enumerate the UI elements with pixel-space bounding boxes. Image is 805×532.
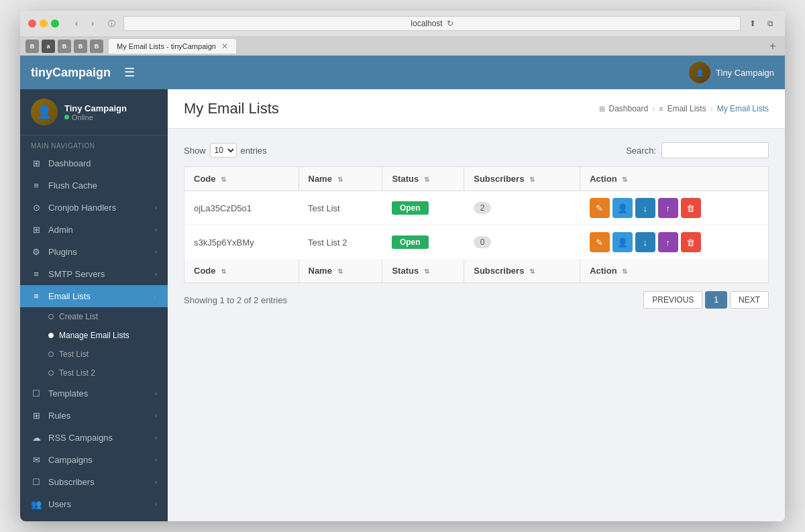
row2-upload-button[interactable]: ↑ <box>658 232 678 252</box>
hamburger-button[interactable]: ☰ <box>124 65 135 80</box>
col-code-label: Code <box>194 174 216 184</box>
sidebar-item-cronjob-handlers[interactable]: ⊙ Cronjob Handlers › <box>20 197 168 219</box>
row2-code: s3kJ5p6YxBMy <box>184 225 299 260</box>
sidebar-sub-create-list[interactable]: Create List <box>48 307 168 326</box>
foot-sort-status[interactable]: ⇅ <box>424 268 429 275</box>
flush-cache-icon: ≡ <box>31 180 42 191</box>
entries-select[interactable]: 10 25 50 <box>210 143 237 158</box>
sidebar-item-rss-campaigns[interactable]: ☁ RSS Campaigns › <box>20 427 168 449</box>
email-lists-icon: ≡ <box>31 291 42 301</box>
sidebar-item-plugins[interactable]: ⚙ Plugins › <box>20 241 168 263</box>
rss-icon: ☁ <box>31 433 42 443</box>
forward-button[interactable]: › <box>86 17 99 30</box>
row1-code: ojLa35CzD5o1 <box>184 191 299 225</box>
manage-email-lists-circle <box>48 333 54 338</box>
foot-sort-action[interactable]: ⇅ <box>622 268 627 275</box>
bookmark-1[interactable]: B <box>25 40 39 53</box>
sort-subscribers-icon[interactable]: ⇅ <box>529 176 535 183</box>
sidebar-label-users: Users <box>48 499 71 509</box>
sidebar-label-rules: Rules <box>48 411 70 421</box>
sidebar-item-campaigns[interactable]: ✉ Campaigns › <box>20 449 168 471</box>
navbar-username: Tiny Campaign <box>716 68 774 78</box>
sort-name-icon[interactable]: ⇅ <box>337 176 343 183</box>
row1-upload-button[interactable]: ↑ <box>658 198 678 218</box>
sidebar-section-label: MAIN NAVIGATION <box>20 136 168 152</box>
sidebar-sublabel-create-list: Create List <box>59 312 98 321</box>
sidebar-sub-test-list-2[interactable]: Test List 2 <box>48 364 168 382</box>
sidebar-sub-manage-email-lists[interactable]: Manage Email Lists <box>48 326 168 345</box>
share-button[interactable]: ⬆ <box>746 17 759 30</box>
row1-status-badge: Open <box>392 201 429 215</box>
search-input[interactable] <box>661 142 769 158</box>
sidebar-item-smtp-servers[interactable]: ≡ SMTP Servers › <box>20 263 168 285</box>
foot-sort-code[interactable]: ⇅ <box>221 268 226 275</box>
bookmarks-bar: B a B B B <box>25 40 103 53</box>
bookmark-3[interactable]: B <box>58 40 71 53</box>
bookmark-4[interactable]: B <box>74 40 87 53</box>
plugins-chevron-icon: › <box>155 248 157 256</box>
foot-subscribers: Subscribers ⇅ <box>464 259 580 283</box>
search-box: Search: <box>626 142 769 158</box>
main-content: My Email Lists ⊞ Dashboard › ≡ Email Lis… <box>168 89 785 521</box>
foot-code: Code ⇅ <box>184 259 299 283</box>
bookmark-5[interactable]: B <box>90 40 103 53</box>
row1-edit-button[interactable]: ✎ <box>590 198 610 218</box>
row1-download-button[interactable]: ↓ <box>635 198 655 218</box>
refresh-icon[interactable]: ↻ <box>447 19 453 28</box>
test-list-circle <box>48 352 54 357</box>
tab-close-icon[interactable]: ✕ <box>221 42 228 51</box>
row2-subscribers-badge: 0 <box>474 236 492 248</box>
brand-prefix: tiny <box>31 66 52 79</box>
dot-red[interactable] <box>28 19 36 28</box>
sidebar-item-templates[interactable]: ☐ Templates › <box>20 382 168 405</box>
breadcrumb-dashboard[interactable]: Dashboard <box>609 104 649 113</box>
sidebar-item-flush-cache[interactable]: ≡ Flush Cache <box>20 174 168 197</box>
sidebar-sub-test-list[interactable]: Test List <box>48 345 168 364</box>
sidebar-item-dashboard[interactable]: ⊞ Dashboard <box>20 152 168 174</box>
page-1-button[interactable]: 1 <box>705 291 727 309</box>
row1-delete-button[interactable]: 🗑 <box>681 198 701 218</box>
cronjob-chevron-icon: › <box>155 204 157 211</box>
show-label: Show <box>184 146 206 156</box>
sort-status-icon[interactable]: ⇅ <box>424 176 429 183</box>
row2-download-button[interactable]: ↓ <box>635 232 655 252</box>
new-tab-button[interactable]: ⧉ <box>763 17 777 30</box>
pagination: PREVIOUS 1 NEXT <box>643 291 769 309</box>
sidebar-item-email-lists[interactable]: ≡ Email Lists ∨ <box>20 285 168 307</box>
sort-action-icon[interactable]: ⇅ <box>622 176 627 183</box>
next-button[interactable]: NEXT <box>730 291 769 309</box>
test-list-2-circle <box>48 370 54 376</box>
row2-edit-button[interactable]: ✎ <box>590 232 610 252</box>
sidebar-label-smtp: SMTP Servers <box>48 269 105 279</box>
active-tab[interactable]: My Email Lists - tinyCampaign ✕ <box>109 39 236 54</box>
sort-code-icon[interactable]: ⇅ <box>221 176 226 183</box>
row1-users-button[interactable]: 👤 <box>612 198 633 218</box>
foot-action: Action ⇅ <box>580 259 769 283</box>
sidebar-user-info: Tiny Campaign Online <box>64 103 127 121</box>
dot-green[interactable] <box>51 19 59 28</box>
rules-icon: ⊞ <box>31 411 42 421</box>
sidebar-item-subscribers[interactable]: ☐ Subscribers › <box>20 471 168 493</box>
row2-delete-button[interactable]: 🗑 <box>681 232 701 252</box>
bookmark-2[interactable]: a <box>42 40 55 53</box>
sidebar-item-users[interactable]: 👥 Users › <box>20 493 168 515</box>
sidebar-item-admin[interactable]: ⊞ Admin › <box>20 219 168 241</box>
breadcrumb-email-lists[interactable]: Email Lists <box>667 104 706 113</box>
subscribers-icon: ☐ <box>31 477 42 487</box>
col-subscribers: Subscribers ⇅ <box>464 167 580 191</box>
back-button[interactable]: ‹ <box>70 17 83 30</box>
table-body: ojLa35CzD5o1 Test List Open 2 <box>184 191 769 260</box>
row1-subscribers-badge: 2 <box>474 202 492 214</box>
row2-users-button[interactable]: 👤 <box>612 232 633 252</box>
add-tab-button[interactable]: + <box>766 40 780 53</box>
status-dot <box>64 115 69 119</box>
foot-sort-subscribers[interactable]: ⇅ <box>529 268 535 275</box>
address-bar[interactable]: localhost ↻ <box>123 16 741 31</box>
foot-sort-name[interactable]: ⇅ <box>337 268 343 275</box>
dot-yellow[interactable] <box>40 19 48 28</box>
previous-button[interactable]: PREVIOUS <box>643 291 702 309</box>
sidebar-item-rules[interactable]: ⊞ Rules › <box>20 405 168 427</box>
brand-logo: tinyCampaign <box>31 66 111 80</box>
col-action: Action ⇅ <box>580 167 769 191</box>
users-icon: 👥 <box>31 499 42 509</box>
